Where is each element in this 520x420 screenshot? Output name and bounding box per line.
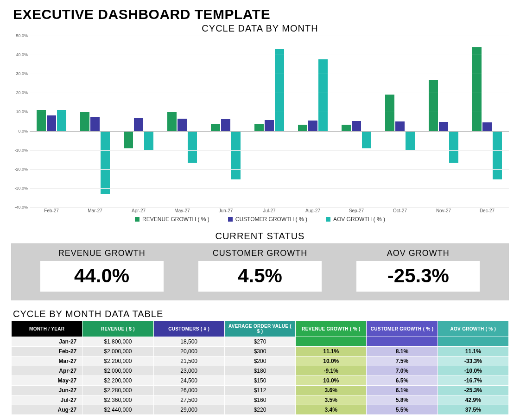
bar-cus — [352, 121, 361, 131]
cell-aovg: -16.7% — [438, 376, 508, 386]
x-tick-label: Mar-27 — [73, 208, 117, 213]
status-label-customer: CUSTOMER GROWTH — [213, 248, 308, 258]
bar-aov — [57, 110, 66, 131]
bar-aov — [231, 131, 241, 179]
cell-revg: 10.0% — [296, 356, 367, 366]
x-tick-label: May-27 — [160, 208, 204, 213]
legend-swatch-aov — [326, 217, 330, 222]
cell-cus: 20,000 — [153, 347, 224, 356]
cell-cus: 18,500 — [153, 337, 224, 347]
cell-my: Jan-27 — [12, 337, 82, 347]
bar-rev — [167, 112, 177, 131]
cell-aov: $160 — [224, 395, 295, 405]
status-value-box-customer: 4.5% — [198, 261, 322, 292]
x-tick-label: Apr-27 — [117, 208, 160, 213]
bar-cus — [90, 117, 100, 131]
status-card-customer: CUSTOMER GROWTH 4.5% — [181, 248, 339, 292]
col-header-aov: AVERAGE ORDER VALUE ( $ ) — [224, 321, 295, 337]
x-tick-label: Jul-27 — [247, 208, 291, 213]
cell-aovg: 11.1% — [438, 347, 508, 356]
chart-x-axis: Feb-27Mar-27Apr-27May-27Jun-27Jul-27Aug-… — [11, 208, 509, 213]
bar-aov — [493, 131, 502, 179]
legend-swatch-revenue — [135, 217, 140, 222]
cell-rev: $2,360,000 — [82, 395, 153, 405]
y-tick-label: 50.0% — [16, 33, 28, 38]
bar-rev — [37, 110, 46, 131]
cell-revg — [296, 337, 367, 347]
bar-group — [204, 36, 247, 207]
cell-rev: $1,800,000 — [82, 337, 153, 347]
x-tick-label: Jun-27 — [204, 208, 247, 213]
cell-aov: $150 — [224, 376, 295, 386]
cell-cusg: 7.5% — [367, 356, 438, 366]
bar-aov — [188, 131, 197, 163]
legend-label-aov: AOV GROWTH ( % ) — [333, 216, 385, 223]
table-row: May-27$2,200,00024,500$15010.0%6.5%-16.7… — [12, 376, 509, 386]
legend-item-revenue: REVENUE GROWTH ( % ) — [135, 216, 209, 223]
table-header-row: MONTH / YEAR REVENUE ( $ ) CUSTOMERS ( #… — [12, 321, 509, 337]
cell-aovg: 37.5% — [438, 405, 508, 415]
bar-cus — [178, 119, 187, 131]
legend-item-customer: CUSTOMER GROWTH ( % ) — [228, 216, 307, 223]
y-tick-label: -30.0% — [14, 186, 28, 191]
col-header-customers: CUSTOMERS ( # ) — [153, 321, 224, 337]
x-tick-label: Feb-27 — [30, 208, 73, 213]
col-header-aovg: AOV GROWTH ( % ) — [438, 321, 508, 337]
cell-aov: $220 — [224, 405, 295, 415]
bar-group — [465, 36, 509, 207]
cell-rev: $2,000,000 — [82, 366, 153, 376]
bar-cus — [47, 115, 56, 131]
cell-revg: 10.0% — [296, 376, 367, 386]
bar-group — [73, 36, 117, 207]
status-label-aov: AOV GROWTH — [387, 248, 450, 258]
bar-group — [335, 36, 378, 207]
table-title: CYCLE BY MONTH DATA TABLE — [13, 309, 509, 319]
col-header-revg: REVENUE GROWTH ( % ) — [296, 321, 367, 337]
bar-rev — [298, 125, 307, 131]
chart-plot-area — [30, 36, 509, 207]
bar-cus — [265, 120, 274, 131]
bar-aov — [406, 131, 415, 150]
status-value-box-revenue: 44.0% — [40, 261, 164, 292]
bar-group — [378, 36, 422, 207]
bar-cus — [482, 122, 492, 131]
table-row: Feb-27$2,000,00020,000$30011.1%8.1%11.1% — [12, 347, 509, 356]
cell-my: Jul-27 — [12, 395, 82, 405]
bar-cus — [395, 121, 405, 131]
cell-my: Apr-27 — [12, 366, 82, 376]
cell-rev: $2,000,000 — [82, 347, 153, 356]
cell-revg: 3.4% — [296, 405, 367, 415]
cell-my: Feb-27 — [12, 347, 82, 356]
bar-group — [247, 36, 291, 207]
bar-rev — [429, 80, 438, 131]
cycle-data-table: MONTH / YEAR REVENUE ( $ ) CUSTOMERS ( #… — [11, 320, 509, 415]
x-tick-label: Dec-27 — [465, 208, 509, 213]
page-title: EXECUTIVE DASHBOARD TEMPLATE — [13, 6, 509, 22]
cell-revg: -9.1% — [296, 366, 367, 376]
cell-cusg: 8.1% — [367, 347, 438, 356]
cell-rev: $2,200,000 — [82, 376, 153, 386]
cell-cusg: 7.0% — [367, 366, 438, 376]
cell-cusg: 5.5% — [367, 405, 438, 415]
bar-cus — [221, 119, 230, 131]
bar-rev — [80, 112, 89, 131]
table-row: Jul-27$2,360,00027,500$1603.5%5.8%42.9% — [12, 395, 509, 405]
bar-group — [422, 36, 465, 207]
status-value-revenue: 44.0% — [74, 265, 129, 286]
legend-label-customer: CUSTOMER GROWTH ( % ) — [235, 216, 307, 223]
legend-label-revenue: REVENUE GROWTH ( % ) — [142, 216, 209, 223]
col-header-month: MONTH / YEAR — [12, 321, 82, 337]
col-header-revenue: REVENUE ( $ ) — [82, 321, 153, 337]
y-tick-label: 0.0% — [18, 129, 28, 134]
cell-revg: 3.5% — [296, 395, 367, 405]
cell-aov: $112 — [224, 386, 295, 395]
y-tick-label: 30.0% — [16, 71, 28, 76]
status-value-customer: 4.5% — [238, 265, 282, 286]
table-row: Mar-27$2,200,00021,500$20010.0%7.5%-33.3… — [12, 356, 509, 366]
bar-group — [30, 36, 73, 207]
chart-legend: REVENUE GROWTH ( % ) CUSTOMER GROWTH ( %… — [11, 216, 509, 223]
bar-group — [117, 36, 160, 207]
bar-aov — [275, 49, 284, 131]
cell-aov: $200 — [224, 356, 295, 366]
cell-aovg: -25.3% — [438, 386, 508, 395]
